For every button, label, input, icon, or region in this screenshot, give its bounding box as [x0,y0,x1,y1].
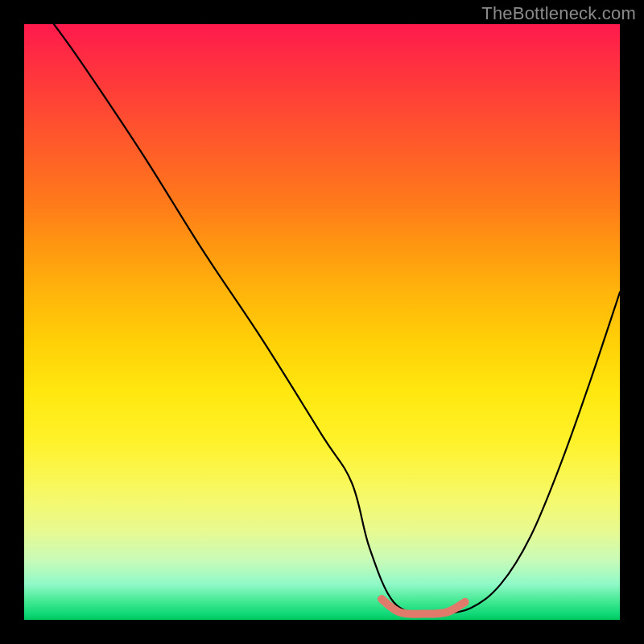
optimal-range-segment [382,599,465,614]
plot-area [24,24,620,620]
curve-layer [24,24,620,620]
chart-frame: TheBottleneck.com [0,0,644,644]
main-curve [54,24,620,615]
watermark-text: TheBottleneck.com [481,3,636,24]
